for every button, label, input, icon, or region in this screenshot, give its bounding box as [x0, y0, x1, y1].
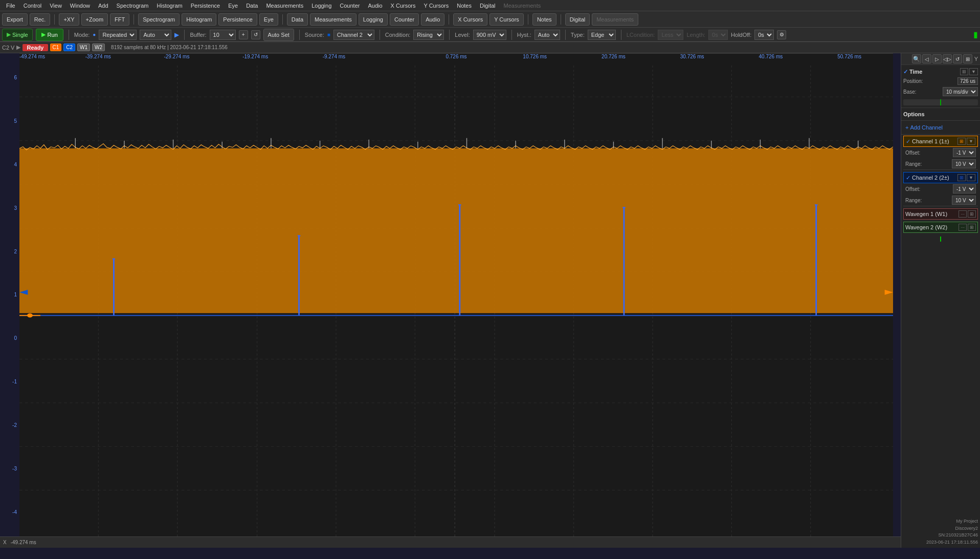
- xcursors-button[interactable]: X Cursors: [453, 13, 487, 26]
- source-label: Source:: [305, 32, 324, 38]
- level-dropdown[interactable]: 900 mV: [473, 30, 506, 40]
- measurements2-button[interactable]: Measurements: [592, 13, 638, 26]
- holdoff-settings-button[interactable]: ⚙: [777, 30, 786, 39]
- ch1-check-icon: ✓: [906, 138, 910, 145]
- wavegen2-section: Wavegen 2 (W2) ··· ⊞: [903, 222, 978, 233]
- menu-histogram[interactable]: Histogram: [153, 2, 187, 10]
- persistence-button[interactable]: Persistence: [218, 13, 257, 26]
- y-axis-toggle[interactable]: Y: [973, 55, 979, 63]
- wavegen1-dots-button[interactable]: ···: [959, 210, 967, 218]
- lcondition-dropdown[interactable]: Less: [658, 30, 683, 40]
- time-base-row: Base: 10 ms/div 5 ms/div 1 ms/div: [903, 86, 978, 97]
- position-value[interactable]: 726 us: [957, 77, 978, 85]
- ch2-expand-button[interactable]: ▼: [967, 174, 975, 181]
- xy-button[interactable]: +XY: [59, 13, 79, 26]
- menu-add[interactable]: Add: [94, 2, 113, 10]
- ch1-offset-dropdown[interactable]: -1 V 0 V 1 V: [953, 148, 976, 157]
- c2-badge[interactable]: C2: [63, 44, 75, 51]
- source-dropdown[interactable]: Channel 2 Channel 1: [333, 30, 374, 40]
- menu-measurements2[interactable]: Measurements: [500, 2, 545, 10]
- autoset-button[interactable]: Auto Set: [263, 29, 294, 41]
- y-label-n4: -4: [0, 509, 19, 515]
- zoom-fit-button[interactable]: ▷: [932, 54, 942, 63]
- buffer-plus-button[interactable]: +: [239, 30, 248, 39]
- add-channel-button[interactable]: + Add Channel: [903, 123, 978, 132]
- zoom-button[interactable]: +Zoom: [81, 13, 108, 26]
- menu-logging[interactable]: Logging: [307, 2, 336, 10]
- menu-data[interactable]: Data: [242, 2, 262, 10]
- ch1-expand-button[interactable]: ▼: [967, 138, 975, 145]
- ch1-settings-button[interactable]: ⊞: [957, 138, 966, 145]
- menu-xcursors[interactable]: X Cursors: [387, 2, 420, 10]
- ch2-settings-button[interactable]: ⊞: [957, 174, 966, 181]
- ch1-range-dropdown[interactable]: 10 V 5 V 1 V: [952, 159, 976, 168]
- hyst-dropdown[interactable]: Auto: [534, 30, 560, 40]
- condition-dropdown[interactable]: Rising Falling: [413, 30, 444, 40]
- c1-badge[interactable]: C1: [50, 44, 62, 51]
- zoom-all-button[interactable]: ◁▷: [943, 54, 952, 63]
- menu-counter[interactable]: Counter: [336, 2, 364, 10]
- y-label-3: 3: [0, 205, 19, 211]
- menu-measurements[interactable]: Measurements: [262, 2, 307, 10]
- zoom-in-button[interactable]: 🔍: [912, 54, 921, 63]
- digital-button[interactable]: Digital: [565, 13, 590, 26]
- expand-icon[interactable]: ▶: [16, 44, 20, 51]
- run-button[interactable]: ▶ Run: [36, 29, 63, 41]
- menu-control[interactable]: Control: [19, 2, 46, 10]
- wavegen1-settings-button[interactable]: ⊞: [968, 210, 976, 218]
- holdoff-dropdown[interactable]: 0s: [754, 30, 774, 40]
- single-button[interactable]: ▶ Single: [2, 29, 33, 41]
- histogram-button[interactable]: Histogram: [182, 13, 216, 26]
- rec-button[interactable]: Rec.: [30, 13, 51, 26]
- eye-button[interactable]: Eye: [259, 13, 278, 26]
- holdoff-label: HoldOff:: [731, 32, 751, 38]
- buffer-dropdown[interactable]: 10 100 1000: [210, 30, 236, 40]
- menu-notes[interactable]: Notes: [453, 2, 476, 10]
- zoom-settings-button[interactable]: ⊞: [963, 54, 972, 63]
- ch2-range-dropdown[interactable]: 10 V 5 V 1 V: [952, 196, 976, 205]
- menu-window[interactable]: Window: [66, 2, 94, 10]
- menu-spectrogram[interactable]: Spectrogram: [113, 2, 153, 10]
- menu-ycursors[interactable]: Y Cursors: [419, 2, 453, 10]
- length-dropdown[interactable]: 0s: [708, 30, 728, 40]
- ch2-check-icon: ✓: [906, 175, 910, 181]
- menu-persistence[interactable]: Persistence: [187, 2, 224, 10]
- audio-button[interactable]: Audio: [421, 13, 444, 26]
- x-label-4: -9.274 ms: [323, 54, 345, 59]
- time-title: ✓ Time ⊞ ▼: [903, 67, 978, 76]
- ch2-offset-dropdown[interactable]: -1 V 0 V 1 V: [953, 184, 976, 193]
- export-button[interactable]: Export: [2, 13, 28, 26]
- type-dropdown[interactable]: Edge Pulse: [588, 30, 616, 40]
- auto-dropdown[interactable]: Auto Normal: [140, 30, 171, 40]
- spectrogram-button[interactable]: Spectrogram: [138, 13, 180, 26]
- separator2: [133, 14, 134, 25]
- fft-button[interactable]: FFT: [110, 13, 129, 26]
- buffer-refresh-button[interactable]: ↺: [251, 30, 260, 39]
- logging-button[interactable]: Logging: [359, 13, 388, 26]
- sep-cond: [449, 30, 450, 40]
- time-expand-button[interactable]: ▼: [969, 68, 978, 75]
- menu-digital[interactable]: Digital: [476, 2, 500, 10]
- menu-view[interactable]: View: [46, 2, 66, 10]
- ch2-range-row: Range: 10 V 5 V 1 V: [903, 195, 978, 206]
- time-settings-button[interactable]: ⊞: [960, 68, 968, 75]
- mode-dropdown[interactable]: Repeated Single: [99, 30, 137, 40]
- ycursors-button[interactable]: Y Cursors: [489, 13, 524, 26]
- wavegen2-settings-button[interactable]: ⊞: [968, 224, 976, 231]
- menu-audio[interactable]: Audio: [364, 2, 386, 10]
- base-dropdown[interactable]: 10 ms/div 5 ms/div 1 ms/div: [943, 87, 978, 96]
- notes-button[interactable]: Notes: [532, 13, 556, 26]
- sep-type: [621, 30, 621, 40]
- x-label-5: 0.726 ms: [446, 54, 466, 59]
- counter-button[interactable]: Counter: [390, 13, 419, 26]
- data-button[interactable]: Data: [287, 13, 308, 26]
- wavegen2-dots-button[interactable]: ···: [959, 224, 967, 231]
- zoom-out-button[interactable]: ◁: [922, 54, 931, 63]
- w2-badge[interactable]: W2: [92, 44, 105, 51]
- measurements-button[interactable]: Measurements: [310, 13, 357, 26]
- scope-svg[interactable]: [19, 53, 893, 536]
- w1-badge[interactable]: W1: [77, 44, 90, 51]
- menu-file[interactable]: File: [2, 2, 19, 10]
- zoom-reset-button[interactable]: ↺: [953, 54, 962, 63]
- menu-eye[interactable]: Eye: [224, 2, 242, 10]
